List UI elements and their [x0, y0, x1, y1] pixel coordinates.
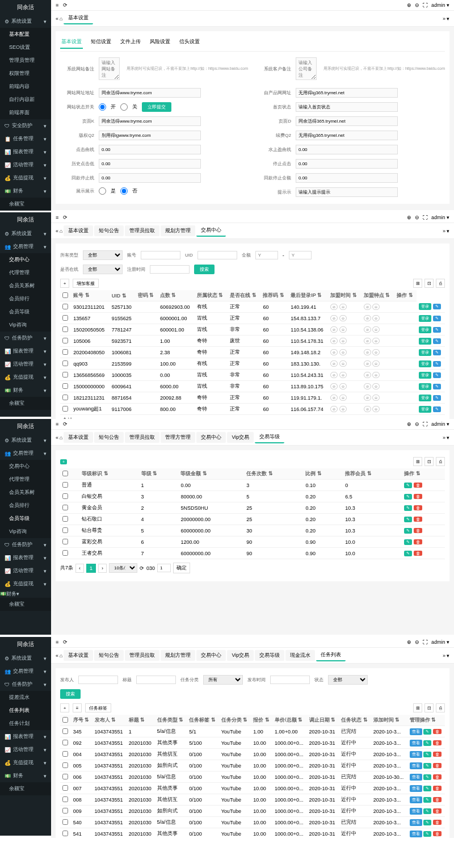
menu-activity[interactable]: 📈活动管理▾: [0, 358, 51, 371]
menu-task[interactable]: 📋任务管理▾: [0, 132, 51, 145]
login-button[interactable]: 登录: [419, 338, 431, 345]
show-no-radio[interactable]: [120, 187, 128, 195]
menu-system[interactable]: ⚙系统设置▾: [0, 434, 51, 447]
row-checkbox[interactable]: [62, 728, 68, 734]
lock-icon[interactable]: ⊘: [364, 349, 371, 355]
col-header[interactable]: 单价/总额 ⇅: [272, 715, 306, 726]
menu-front[interactable]: 前端内容: [0, 80, 51, 93]
delete-button[interactable]: 🗑: [414, 494, 422, 499]
row-checkbox[interactable]: [62, 539, 68, 544]
col-header[interactable]: 任务分类 ⇅: [219, 715, 251, 726]
ban-icon[interactable]: ⊖: [372, 315, 380, 321]
edit-button[interactable]: ✎: [423, 808, 431, 814]
login-button[interactable]: 登录: [419, 406, 431, 413]
delete-button[interactable]: 🗑: [433, 740, 442, 745]
subtab-risk[interactable]: 风险设置: [149, 36, 171, 49]
login-button[interactable]: 登录: [419, 315, 431, 322]
add-service-button[interactable]: 增加客服: [73, 279, 99, 288]
view-button[interactable]: 查看: [410, 762, 422, 769]
row-checkbox[interactable]: [62, 762, 68, 768]
menu-taskplan[interactable]: 任务计划: [0, 717, 51, 730]
search-button[interactable]: 搜索: [194, 265, 215, 274]
edit-button[interactable]: ✎: [423, 820, 431, 825]
web-url-input[interactable]: [99, 88, 201, 98]
client-url-input[interactable]: [296, 88, 398, 98]
tabs-more[interactable]: ▾: [447, 16, 449, 22]
stopscore2-input[interactable]: [296, 173, 398, 183]
col-header[interactable]: 任务次数 ⇅: [244, 468, 303, 480]
row-checkbox[interactable]: [62, 751, 68, 757]
login-button[interactable]: 登录: [419, 383, 431, 390]
tab-3[interactable]: 规划方管理: [161, 225, 195, 236]
lock-icon[interactable]: ⊘: [330, 406, 338, 412]
col-header[interactable]: 管理操作 ⇅: [407, 715, 445, 726]
menu-vip[interactable]: Vip咨询: [0, 318, 51, 332]
edit-button[interactable]: ✎: [433, 338, 441, 344]
row-checkbox[interactable]: [62, 326, 68, 332]
lock-icon[interactable]: ⊘: [364, 372, 371, 378]
view-button[interactable]: 查看: [410, 808, 422, 815]
ban-icon[interactable]: ⊖: [339, 406, 347, 412]
menu-agent[interactable]: 代理管理: [0, 473, 51, 486]
menu-recharge[interactable]: 💰充值提现▾: [0, 171, 51, 184]
uid-input[interactable]: [197, 251, 237, 259]
menu-report[interactable]: 📊报表管理▾: [0, 345, 51, 358]
menu-recharge[interactable]: 💰充值提现▾: [0, 756, 51, 769]
subtab-upload[interactable]: 文件上传: [119, 36, 142, 49]
title-input[interactable]: [136, 676, 176, 684]
edit-button[interactable]: ✎: [423, 752, 431, 757]
edit-button[interactable]: ✎: [433, 304, 441, 309]
row-checkbox[interactable]: [62, 505, 68, 510]
cat-select[interactable]: 所有: [203, 675, 243, 685]
delete-button[interactable]: 🗑: [433, 831, 442, 836]
lock-icon[interactable]: ⊘: [364, 406, 371, 412]
tabs-prev[interactable]: «: [56, 16, 58, 22]
menu-toggle-icon[interactable]: ≡: [56, 2, 58, 8]
delete-button[interactable]: 🗑: [414, 551, 422, 556]
live-select[interactable]: 全部: [83, 265, 123, 274]
ban-icon[interactable]: ⊖: [372, 372, 380, 378]
col-header[interactable]: 最后登录IP ⇅: [288, 290, 328, 301]
edit-button[interactable]: ✎: [433, 327, 441, 333]
tab-2[interactable]: 管理员拉取: [125, 225, 159, 236]
col-header[interactable]: 添加时间 ⇅: [371, 715, 407, 726]
col-header[interactable]: 操作 ⇅: [402, 468, 445, 480]
pagek-input[interactable]: [99, 116, 201, 126]
view-button[interactable]: 查看: [410, 785, 422, 792]
view-button[interactable]: 查看: [410, 740, 422, 747]
row-checkbox[interactable]: [62, 808, 68, 814]
ban-icon[interactable]: ⊖: [372, 383, 380, 389]
view-button[interactable]: 查看: [410, 819, 422, 826]
add-button[interactable]: +: [60, 459, 67, 464]
col-header[interactable]: 任务标签 ⇅: [187, 715, 219, 726]
edit-button[interactable]: ✎: [433, 406, 441, 412]
refresh-icon[interactable]: ⟳: [63, 215, 68, 220]
renew-input[interactable]: [296, 131, 398, 140]
ban-icon[interactable]: ⊖: [339, 349, 347, 355]
lock-icon[interactable]: ⊘: [364, 326, 371, 333]
row-checkbox[interactable]: [62, 315, 68, 321]
hint-input[interactable]: [296, 187, 398, 197]
icon1[interactable]: ⊕: [407, 2, 411, 8]
delete-button[interactable]: 🗑: [433, 797, 442, 802]
ban-icon[interactable]: ⊖: [339, 304, 347, 310]
menu-trade[interactable]: 👥交易管理▾: [0, 665, 51, 678]
lock-icon[interactable]: ⊘: [364, 338, 371, 344]
delete-button[interactable]: 🗑: [414, 517, 422, 522]
delete-button[interactable]: 🗑: [433, 808, 442, 814]
ban-icon[interactable]: ⊖: [339, 338, 347, 344]
col-header[interactable]: 序号 ⇅: [71, 715, 93, 726]
col-header[interactable]: 报价 ⇅: [251, 715, 272, 726]
col-header[interactable]: 推荐会员 ⇅: [343, 468, 402, 480]
row-checkbox[interactable]: [62, 383, 68, 389]
col-header[interactable]: 点数 ⇅: [158, 290, 195, 301]
row-checkbox[interactable]: [62, 527, 68, 533]
tab-basic[interactable]: 基本设置: [64, 12, 93, 24]
select-all-checkbox[interactable]: [62, 471, 68, 476]
menu-tree[interactable]: 会员关系树: [0, 486, 51, 499]
login-button[interactable]: 登录: [419, 349, 431, 356]
ban-icon[interactable]: ⊖: [372, 406, 380, 412]
web-remark-input[interactable]: [99, 57, 120, 80]
delete-button[interactable]: 🗑: [433, 786, 442, 791]
row-checkbox[interactable]: [62, 493, 68, 499]
